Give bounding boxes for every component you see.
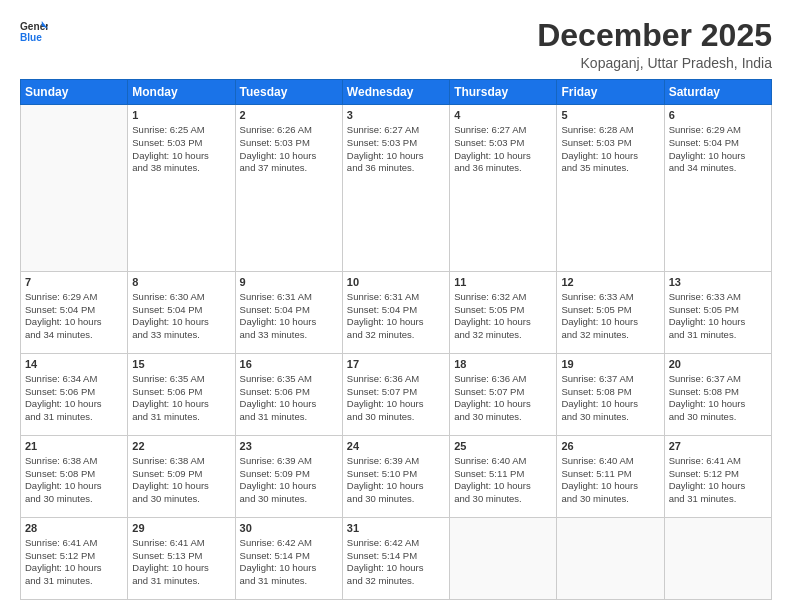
table-cell: 12Sunrise: 6:33 AMSunset: 5:05 PMDayligh… (557, 272, 664, 354)
day-info: Sunset: 5:08 PM (669, 386, 767, 399)
svg-text:Blue: Blue (20, 32, 42, 43)
day-info: Daylight: 10 hours (669, 316, 767, 329)
day-info: Daylight: 10 hours (240, 562, 338, 575)
day-info: Daylight: 10 hours (132, 316, 230, 329)
table-cell: 16Sunrise: 6:35 AMSunset: 5:06 PMDayligh… (235, 354, 342, 436)
day-info: and 31 minutes. (132, 575, 230, 588)
day-info: Daylight: 10 hours (669, 480, 767, 493)
day-number: 27 (669, 439, 767, 454)
day-info: Sunset: 5:08 PM (561, 386, 659, 399)
day-number: 30 (240, 521, 338, 536)
day-number: 12 (561, 275, 659, 290)
day-info: Sunset: 5:13 PM (132, 550, 230, 563)
table-cell (664, 518, 771, 600)
day-info: Sunset: 5:06 PM (25, 386, 123, 399)
day-info: Sunset: 5:03 PM (454, 137, 552, 150)
day-info: and 30 minutes. (454, 411, 552, 424)
day-info: Sunset: 5:04 PM (25, 304, 123, 317)
day-info: Sunrise: 6:33 AM (561, 291, 659, 304)
day-info: Sunset: 5:12 PM (669, 468, 767, 481)
table-cell: 24Sunrise: 6:39 AMSunset: 5:10 PMDayligh… (342, 436, 449, 518)
week-row-4: 21Sunrise: 6:38 AMSunset: 5:08 PMDayligh… (21, 436, 772, 518)
month-title: December 2025 (537, 18, 772, 53)
day-info: Sunrise: 6:36 AM (347, 373, 445, 386)
day-info: Daylight: 10 hours (561, 398, 659, 411)
table-cell: 7Sunrise: 6:29 AMSunset: 5:04 PMDaylight… (21, 272, 128, 354)
day-info: Daylight: 10 hours (347, 480, 445, 493)
day-info: Daylight: 10 hours (240, 480, 338, 493)
day-number: 21 (25, 439, 123, 454)
day-number: 5 (561, 108, 659, 123)
table-cell: 10Sunrise: 6:31 AMSunset: 5:04 PMDayligh… (342, 272, 449, 354)
day-info: Sunrise: 6:27 AM (347, 124, 445, 137)
table-cell: 28Sunrise: 6:41 AMSunset: 5:12 PMDayligh… (21, 518, 128, 600)
day-info: Sunrise: 6:32 AM (454, 291, 552, 304)
day-info: and 32 minutes. (347, 329, 445, 342)
table-cell: 3Sunrise: 6:27 AMSunset: 5:03 PMDaylight… (342, 105, 449, 272)
day-info: Sunset: 5:11 PM (561, 468, 659, 481)
day-number: 9 (240, 275, 338, 290)
day-info: and 31 minutes. (669, 329, 767, 342)
day-number: 26 (561, 439, 659, 454)
day-number: 13 (669, 275, 767, 290)
table-cell: 23Sunrise: 6:39 AMSunset: 5:09 PMDayligh… (235, 436, 342, 518)
day-info: Daylight: 10 hours (240, 398, 338, 411)
day-info: and 31 minutes. (240, 575, 338, 588)
day-info: and 32 minutes. (454, 329, 552, 342)
day-number: 15 (132, 357, 230, 372)
day-info: and 30 minutes. (561, 493, 659, 506)
day-info: Daylight: 10 hours (561, 150, 659, 163)
day-info: Sunset: 5:05 PM (454, 304, 552, 317)
day-info: and 35 minutes. (561, 162, 659, 175)
day-number: 16 (240, 357, 338, 372)
day-info: Sunrise: 6:25 AM (132, 124, 230, 137)
day-number: 29 (132, 521, 230, 536)
day-info: and 31 minutes. (25, 575, 123, 588)
week-row-5: 28Sunrise: 6:41 AMSunset: 5:12 PMDayligh… (21, 518, 772, 600)
day-info: Sunset: 5:07 PM (347, 386, 445, 399)
day-info: Sunset: 5:04 PM (240, 304, 338, 317)
day-info: Daylight: 10 hours (561, 480, 659, 493)
day-info: Sunrise: 6:39 AM (240, 455, 338, 468)
col-friday: Friday (557, 80, 664, 105)
day-info: Sunset: 5:09 PM (132, 468, 230, 481)
day-info: Daylight: 10 hours (132, 398, 230, 411)
col-sunday: Sunday (21, 80, 128, 105)
day-info: Sunset: 5:03 PM (132, 137, 230, 150)
day-info: Sunset: 5:14 PM (240, 550, 338, 563)
day-info: Sunrise: 6:26 AM (240, 124, 338, 137)
day-info: and 32 minutes. (561, 329, 659, 342)
day-info: and 38 minutes. (132, 162, 230, 175)
col-monday: Monday (128, 80, 235, 105)
table-cell: 29Sunrise: 6:41 AMSunset: 5:13 PMDayligh… (128, 518, 235, 600)
day-info: Sunrise: 6:40 AM (454, 455, 552, 468)
table-cell: 6Sunrise: 6:29 AMSunset: 5:04 PMDaylight… (664, 105, 771, 272)
day-info: Sunset: 5:03 PM (561, 137, 659, 150)
day-info: Daylight: 10 hours (25, 480, 123, 493)
day-info: and 30 minutes. (132, 493, 230, 506)
day-info: Daylight: 10 hours (669, 150, 767, 163)
day-info: Sunrise: 6:35 AM (132, 373, 230, 386)
table-cell: 21Sunrise: 6:38 AMSunset: 5:08 PMDayligh… (21, 436, 128, 518)
day-info: Sunset: 5:03 PM (240, 137, 338, 150)
table-cell: 1Sunrise: 6:25 AMSunset: 5:03 PMDaylight… (128, 105, 235, 272)
day-info: Sunrise: 6:35 AM (240, 373, 338, 386)
header-row: Sunday Monday Tuesday Wednesday Thursday… (21, 80, 772, 105)
day-number: 20 (669, 357, 767, 372)
day-info: Daylight: 10 hours (25, 562, 123, 575)
day-info: Sunrise: 6:40 AM (561, 455, 659, 468)
day-info: Daylight: 10 hours (561, 316, 659, 329)
day-info: and 30 minutes. (240, 493, 338, 506)
col-thursday: Thursday (450, 80, 557, 105)
day-info: Sunrise: 6:38 AM (25, 455, 123, 468)
day-info: Daylight: 10 hours (347, 316, 445, 329)
day-info: Sunrise: 6:37 AM (669, 373, 767, 386)
table-cell: 15Sunrise: 6:35 AMSunset: 5:06 PMDayligh… (128, 354, 235, 436)
day-info: Daylight: 10 hours (347, 562, 445, 575)
col-wednesday: Wednesday (342, 80, 449, 105)
day-info: and 33 minutes. (132, 329, 230, 342)
page: General Blue December 2025 Kopaganj, Utt… (0, 0, 792, 612)
day-info: Daylight: 10 hours (132, 150, 230, 163)
day-number: 23 (240, 439, 338, 454)
day-info: Sunset: 5:14 PM (347, 550, 445, 563)
